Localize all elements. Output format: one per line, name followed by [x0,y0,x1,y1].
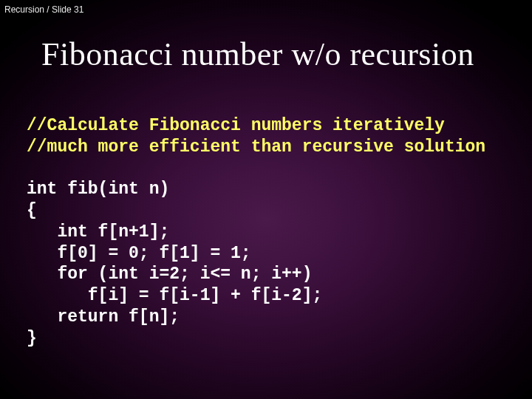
code-line: return f[n]; [27,307,180,327]
code-comment-1: //Calculate Fibonacci numbers iterativel… [27,116,445,135]
breadcrumb: Recursion / Slide 31 [4,4,83,15]
slide-title: Fibonacci number w/o recursion [41,35,510,73]
code-block: //Calculate Fibonacci numbers iterativel… [27,115,510,349]
code-line: f[i] = f[i-1] + f[i-2]; [27,286,322,305]
code-line: { [27,201,37,220]
code-comment-2: //much more efficient than recursive sol… [27,137,485,157]
code-line: } [27,329,37,348]
code-line: for (int i=2; i<= n; i++) [27,265,312,284]
code-line: int f[n+1]; [27,222,169,242]
code-line: f[0] = 0; f[1] = 1; [27,244,251,263]
code-line: int fib(int n) [27,180,169,199]
